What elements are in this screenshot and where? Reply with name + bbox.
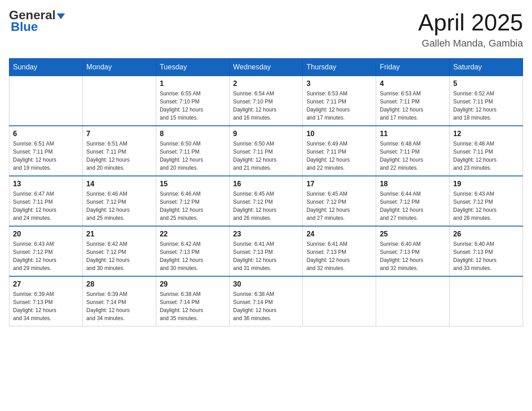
calendar-cell: 29Sunrise: 6:38 AM Sunset: 7:14 PM Dayli…	[156, 276, 229, 326]
day-number: 27	[13, 280, 79, 288]
calendar-cell: 24Sunrise: 6:41 AM Sunset: 7:13 PM Dayli…	[303, 226, 376, 276]
day-info: Sunrise: 6:42 AM Sunset: 7:13 PM Dayligh…	[160, 240, 226, 272]
day-info: Sunrise: 6:53 AM Sunset: 7:11 PM Dayligh…	[306, 90, 372, 122]
calendar-cell: 3Sunrise: 6:53 AM Sunset: 7:11 PM Daylig…	[303, 76, 376, 126]
weekday-header-saturday: Saturday	[450, 59, 523, 76]
day-number: 5	[453, 80, 519, 88]
day-info: Sunrise: 6:41 AM Sunset: 7:13 PM Dayligh…	[233, 240, 299, 272]
calendar-cell: 25Sunrise: 6:40 AM Sunset: 7:13 PM Dayli…	[376, 226, 450, 276]
day-number: 17	[306, 180, 372, 188]
calendar-cell	[303, 276, 376, 326]
calendar-cell: 21Sunrise: 6:42 AM Sunset: 7:12 PM Dayli…	[82, 226, 156, 276]
day-info: Sunrise: 6:49 AM Sunset: 7:11 PM Dayligh…	[306, 140, 372, 172]
day-number: 8	[160, 130, 226, 138]
day-number: 2	[233, 80, 299, 88]
day-number: 10	[306, 130, 372, 138]
calendar-cell: 5Sunrise: 6:52 AM Sunset: 7:11 PM Daylig…	[450, 76, 523, 126]
calendar-cell: 12Sunrise: 6:48 AM Sunset: 7:11 PM Dayli…	[450, 126, 523, 176]
day-number: 13	[13, 180, 79, 188]
calendar-cell: 1Sunrise: 6:55 AM Sunset: 7:10 PM Daylig…	[156, 76, 229, 126]
logo: General Blue	[9, 9, 65, 34]
weekday-header-thursday: Thursday	[303, 59, 376, 76]
weekday-header-friday: Friday	[376, 59, 450, 76]
day-number: 9	[233, 130, 299, 138]
day-number: 16	[233, 180, 299, 188]
calendar-cell: 20Sunrise: 6:43 AM Sunset: 7:12 PM Dayli…	[9, 226, 83, 276]
logo-triangle-icon	[57, 13, 65, 19]
logo-blue-text: Blue	[11, 20, 38, 34]
calendar-cell: 9Sunrise: 6:50 AM Sunset: 7:11 PM Daylig…	[229, 126, 303, 176]
calendar-cell: 26Sunrise: 6:40 AM Sunset: 7:13 PM Dayli…	[450, 226, 523, 276]
day-info: Sunrise: 6:43 AM Sunset: 7:12 PM Dayligh…	[13, 240, 79, 272]
day-number: 7	[86, 130, 152, 138]
day-info: Sunrise: 6:50 AM Sunset: 7:11 PM Dayligh…	[160, 140, 226, 172]
day-number: 26	[453, 230, 519, 238]
day-number: 1	[160, 80, 226, 88]
calendar-cell: 2Sunrise: 6:54 AM Sunset: 7:10 PM Daylig…	[229, 76, 303, 126]
day-info: Sunrise: 6:38 AM Sunset: 7:14 PM Dayligh…	[160, 290, 226, 322]
day-number: 28	[86, 280, 152, 288]
day-number: 14	[86, 180, 152, 188]
day-number: 11	[380, 130, 446, 138]
calendar-cell: 11Sunrise: 6:48 AM Sunset: 7:11 PM Dayli…	[376, 126, 450, 176]
calendar-cell: 18Sunrise: 6:44 AM Sunset: 7:12 PM Dayli…	[376, 176, 450, 226]
day-number: 23	[233, 230, 299, 238]
calendar-cell: 19Sunrise: 6:43 AM Sunset: 7:12 PM Dayli…	[450, 176, 523, 226]
day-info: Sunrise: 6:51 AM Sunset: 7:11 PM Dayligh…	[86, 140, 152, 172]
day-number: 29	[160, 280, 226, 288]
calendar-cell: 10Sunrise: 6:49 AM Sunset: 7:11 PM Dayli…	[303, 126, 376, 176]
weekday-header-wednesday: Wednesday	[229, 59, 303, 76]
day-number: 15	[160, 180, 226, 188]
weekday-header-row: SundayMondayTuesdayWednesdayThursdayFrid…	[9, 59, 523, 76]
title-block: April 2025 Galleh Manda, Gambia	[418, 9, 523, 49]
day-number: 24	[306, 230, 372, 238]
calendar-week-row: 1Sunrise: 6:55 AM Sunset: 7:10 PM Daylig…	[9, 76, 523, 126]
day-number: 4	[380, 80, 446, 88]
calendar-week-row: 13Sunrise: 6:47 AM Sunset: 7:11 PM Dayli…	[9, 176, 523, 226]
calendar-cell: 4Sunrise: 6:53 AM Sunset: 7:11 PM Daylig…	[376, 76, 450, 126]
calendar-cell	[376, 276, 450, 326]
calendar-week-row: 20Sunrise: 6:43 AM Sunset: 7:12 PM Dayli…	[9, 226, 523, 276]
calendar-cell	[82, 76, 156, 126]
day-info: Sunrise: 6:53 AM Sunset: 7:11 PM Dayligh…	[380, 90, 446, 122]
day-number: 25	[380, 230, 446, 238]
calendar-cell: 17Sunrise: 6:45 AM Sunset: 7:12 PM Dayli…	[303, 176, 376, 226]
day-number: 19	[453, 180, 519, 188]
calendar-cell: 15Sunrise: 6:46 AM Sunset: 7:12 PM Dayli…	[156, 176, 229, 226]
day-info: Sunrise: 6:52 AM Sunset: 7:11 PM Dayligh…	[453, 90, 519, 122]
calendar-cell	[9, 76, 83, 126]
day-info: Sunrise: 6:39 AM Sunset: 7:13 PM Dayligh…	[13, 290, 79, 322]
day-number: 30	[233, 280, 299, 288]
day-info: Sunrise: 6:51 AM Sunset: 7:11 PM Dayligh…	[13, 140, 79, 172]
day-number: 21	[86, 230, 152, 238]
day-info: Sunrise: 6:41 AM Sunset: 7:13 PM Dayligh…	[306, 240, 372, 272]
day-info: Sunrise: 6:47 AM Sunset: 7:11 PM Dayligh…	[13, 190, 79, 222]
day-info: Sunrise: 6:48 AM Sunset: 7:11 PM Dayligh…	[453, 140, 519, 172]
weekday-header-monday: Monday	[82, 59, 156, 76]
day-info: Sunrise: 6:40 AM Sunset: 7:13 PM Dayligh…	[453, 240, 519, 272]
day-info: Sunrise: 6:43 AM Sunset: 7:12 PM Dayligh…	[453, 190, 519, 222]
calendar-cell: 23Sunrise: 6:41 AM Sunset: 7:13 PM Dayli…	[229, 226, 303, 276]
day-number: 22	[160, 230, 226, 238]
day-info: Sunrise: 6:42 AM Sunset: 7:12 PM Dayligh…	[86, 240, 152, 272]
calendar-cell: 16Sunrise: 6:45 AM Sunset: 7:12 PM Dayli…	[229, 176, 303, 226]
day-info: Sunrise: 6:54 AM Sunset: 7:10 PM Dayligh…	[233, 90, 299, 122]
day-number: 3	[306, 80, 372, 88]
calendar-cell: 14Sunrise: 6:46 AM Sunset: 7:12 PM Dayli…	[82, 176, 156, 226]
day-number: 6	[13, 130, 79, 138]
day-info: Sunrise: 6:45 AM Sunset: 7:12 PM Dayligh…	[306, 190, 372, 222]
calendar-cell: 13Sunrise: 6:47 AM Sunset: 7:11 PM Dayli…	[9, 176, 83, 226]
calendar-week-row: 27Sunrise: 6:39 AM Sunset: 7:13 PM Dayli…	[9, 276, 523, 326]
calendar-cell: 8Sunrise: 6:50 AM Sunset: 7:11 PM Daylig…	[156, 126, 229, 176]
day-number: 20	[13, 230, 79, 238]
calendar-week-row: 6Sunrise: 6:51 AM Sunset: 7:11 PM Daylig…	[9, 126, 523, 176]
weekday-header-sunday: Sunday	[9, 59, 83, 76]
location-subtitle: Galleh Manda, Gambia	[418, 38, 523, 49]
calendar-cell: 6Sunrise: 6:51 AM Sunset: 7:11 PM Daylig…	[9, 126, 83, 176]
weekday-header-tuesday: Tuesday	[156, 59, 229, 76]
day-info: Sunrise: 6:39 AM Sunset: 7:14 PM Dayligh…	[86, 290, 152, 322]
day-info: Sunrise: 6:55 AM Sunset: 7:10 PM Dayligh…	[160, 90, 226, 122]
day-number: 18	[380, 180, 446, 188]
calendar-cell: 30Sunrise: 6:38 AM Sunset: 7:14 PM Dayli…	[229, 276, 303, 326]
day-info: Sunrise: 6:44 AM Sunset: 7:12 PM Dayligh…	[380, 190, 446, 222]
